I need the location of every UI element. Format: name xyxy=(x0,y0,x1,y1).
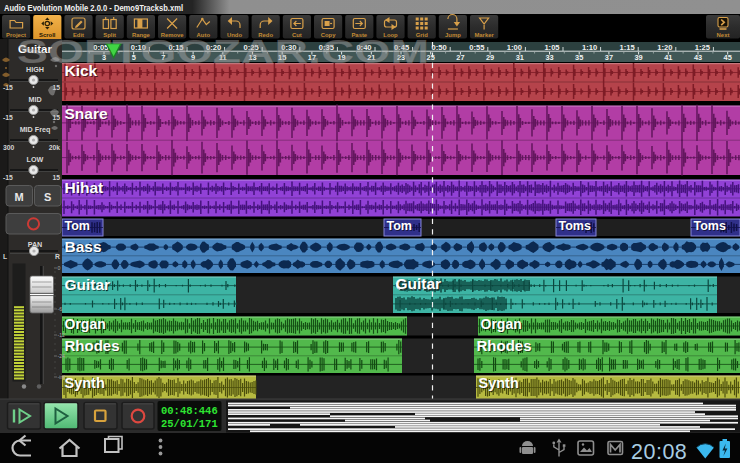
svg-text:Synth: Synth xyxy=(65,375,105,391)
svg-text:Organ: Organ xyxy=(481,316,522,332)
svg-text:Guitar: Guitar xyxy=(65,276,111,293)
svg-text:-12: -12 xyxy=(58,332,66,338)
svg-text:1:25: 1:25 xyxy=(695,43,711,52)
svg-text:31: 31 xyxy=(516,53,524,62)
svg-text:37: 37 xyxy=(605,53,613,62)
svg-text:43: 43 xyxy=(694,53,702,62)
svg-text:-6: -6 xyxy=(58,306,63,312)
svg-text:Audio Evolution Mobile 2.0.0 -: Audio Evolution Mobile 2.0.0 - Demo9Trac… xyxy=(4,3,183,13)
svg-text:20:08: 20:08 xyxy=(631,440,687,463)
svg-text:25/01/171: 25/01/171 xyxy=(161,418,218,430)
svg-text:MID: MID xyxy=(28,95,41,104)
svg-text:Rhodes: Rhodes xyxy=(65,337,120,354)
svg-text:-15: -15 xyxy=(3,174,13,181)
svg-text:-inf: -inf xyxy=(58,374,66,380)
svg-text:-24: -24 xyxy=(58,353,66,359)
svg-text:0:55: 0:55 xyxy=(469,43,485,52)
svg-text:-15: -15 xyxy=(3,114,13,121)
svg-text:Synth: Synth xyxy=(479,375,519,391)
svg-text:1:00: 1:00 xyxy=(507,43,522,52)
svg-text:300: 300 xyxy=(3,144,15,151)
svg-text:Tom: Tom xyxy=(65,219,90,233)
svg-text:Tom: Tom xyxy=(387,219,412,233)
svg-text:Jump: Jump xyxy=(445,32,461,38)
svg-text:0: 0 xyxy=(58,265,61,271)
svg-text:0:50: 0:50 xyxy=(432,43,447,52)
svg-text:S: S xyxy=(44,191,51,203)
svg-text:33: 33 xyxy=(545,53,553,62)
svg-text:35: 35 xyxy=(575,53,583,62)
svg-text:20k: 20k xyxy=(49,144,61,151)
svg-text:15: 15 xyxy=(52,174,60,181)
svg-text:Next: Next xyxy=(717,32,730,38)
svg-text:Toms: Toms xyxy=(559,219,591,233)
svg-text:MID Freq: MID Freq xyxy=(20,125,51,134)
svg-text:1:20: 1:20 xyxy=(657,43,672,52)
svg-text:Organ: Organ xyxy=(65,316,106,332)
svg-text:Bass: Bass xyxy=(65,238,102,255)
svg-text:1:10: 1:10 xyxy=(582,43,597,52)
svg-text:LOW: LOW xyxy=(27,155,44,164)
svg-text:1:15: 1:15 xyxy=(620,43,636,52)
svg-text:39: 39 xyxy=(634,53,642,62)
svg-text:41: 41 xyxy=(664,53,672,62)
svg-text:M: M xyxy=(15,191,24,203)
svg-text:27: 27 xyxy=(456,53,464,62)
svg-text:Guitar: Guitar xyxy=(396,275,442,292)
svg-text:45: 45 xyxy=(724,53,732,62)
svg-text:Hihat: Hihat xyxy=(65,179,104,196)
svg-text:1:05: 1:05 xyxy=(544,43,560,52)
svg-text:Snare: Snare xyxy=(65,105,108,122)
svg-text:R: R xyxy=(55,253,60,260)
svg-text:Toms: Toms xyxy=(694,219,726,233)
svg-text:Marker: Marker xyxy=(474,32,494,38)
svg-text:Rhodes: Rhodes xyxy=(477,337,532,354)
svg-text:L: L xyxy=(3,253,7,260)
svg-text:SOFTGOZAR.COM: SOFTGOZAR.COM xyxy=(17,33,429,70)
svg-text:29: 29 xyxy=(486,53,494,62)
svg-text:00:48:446: 00:48:446 xyxy=(161,405,218,417)
